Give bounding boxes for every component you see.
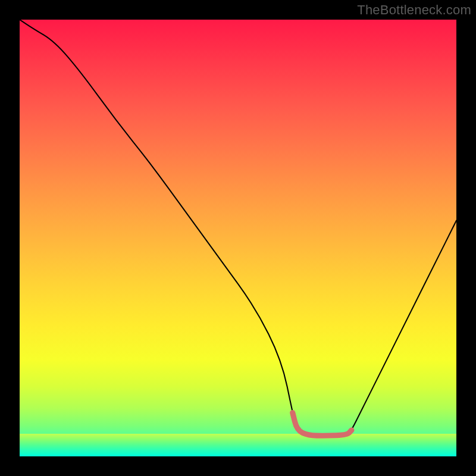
curve-svg bbox=[20, 20, 456, 456]
chart-container: TheBottleneck.com bbox=[0, 0, 476, 476]
valley-highlight-path bbox=[293, 413, 352, 436]
bottleneck-curve-path bbox=[20, 20, 456, 436]
watermark-text: TheBottleneck.com bbox=[357, 2, 471, 18]
plot-area bbox=[20, 20, 456, 456]
